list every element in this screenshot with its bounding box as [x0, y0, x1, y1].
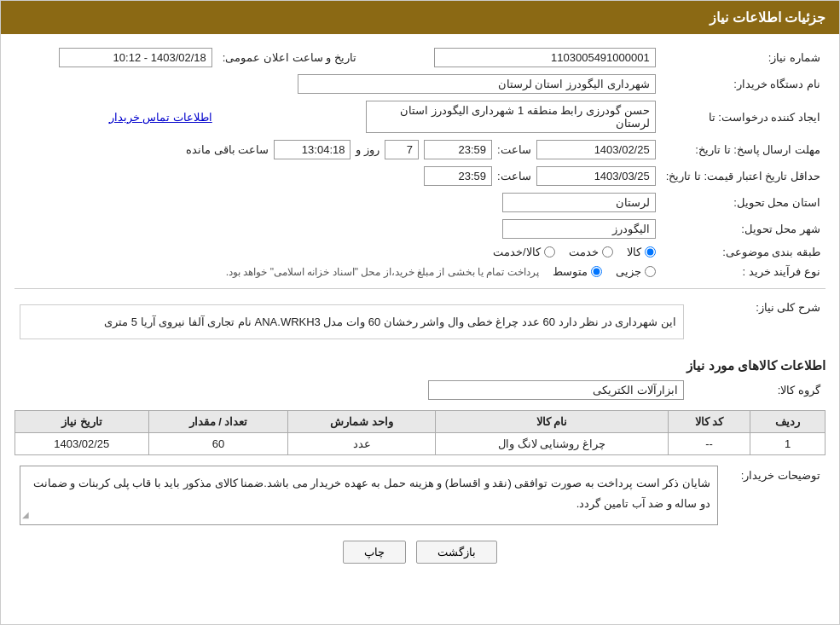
- hadaqal-date: 1403/03/25: [536, 166, 656, 186]
- col-header-tedad: تعداد / مقدار: [148, 411, 288, 433]
- mohlat-label: مهلت ارسال پاسخ: تا تاریخ:: [661, 136, 826, 163]
- resize-icon: ◢: [22, 507, 29, 523]
- divider-1: [14, 288, 826, 289]
- radio-motevaset[interactable]: متوسط: [553, 265, 602, 278]
- mohlat-mande-label: ساعت باقی مانده: [186, 143, 269, 156]
- ejad-label: ایجاد کننده درخواست: تا: [661, 97, 826, 136]
- tarikh-elan-label: تاریخ و ساعت اعلان عمومی:: [217, 44, 374, 71]
- nooe-farayand-label: نوع فرآیند خرید :: [661, 262, 826, 281]
- sharh-value: این شهرداری در نظر دارد 60 عدد چراغ خطی …: [20, 304, 684, 339]
- radio-jozee[interactable]: جزیی: [616, 265, 656, 278]
- goods-table: ردیف کد کالا نام کالا واحد شمارش تعداد /…: [14, 410, 826, 455]
- nam-dastgah-label: نام دستگاه خریدار:: [661, 71, 826, 97]
- tabaqe-label: طبقه بندی موضوعی:: [661, 242, 826, 262]
- ostan-label: استان محل تحویل:: [661, 189, 826, 216]
- tozihat-label: توضیحات خریدار:: [723, 462, 826, 529]
- page-header: جزئیات اطلاعات نیاز: [1, 1, 839, 34]
- ostan-value: لرستان: [502, 193, 656, 212]
- shahr-value: الیگودرز: [502, 219, 656, 239]
- page-title: جزئیات اطلاعات نیاز: [710, 10, 826, 25]
- hadaqal-saat-label: ساعت:: [497, 170, 531, 182]
- col-header-vahed: واحد شمارش: [288, 411, 436, 433]
- radio-kala-khadamat[interactable]: کالا/خدمت: [493, 246, 555, 258]
- sharh-label: شرح کلی نیاز:: [689, 294, 826, 350]
- radio-khadamat[interactable]: خدمت: [569, 246, 613, 258]
- shomara-niaz-label: شماره نیاز:: [661, 44, 826, 71]
- shahr-label: شهر محل تحویل:: [661, 216, 826, 242]
- mohlat-mande: 13:04:18: [274, 140, 350, 159]
- group-kala-label: گروه کالا:: [689, 377, 826, 403]
- button-row: بازگشت چاپ: [14, 541, 826, 564]
- group-kala-value: ابزارآلات الکتریکی: [428, 380, 684, 400]
- tarikh-elan-value: 1403/02/18 - 10:12: [59, 48, 212, 67]
- shomara-niaz-value: 1103005491000001: [434, 48, 656, 67]
- mohlat-roz-label: روز و: [356, 143, 379, 156]
- nooe-desc: پرداخت تمام یا بخشی از مبلغ خرید،از محل …: [226, 266, 539, 278]
- etela-kala-title: اطلاعات کالاهای مورد نیاز: [14, 358, 826, 373]
- btn-bazgasht[interactable]: بازگشت: [416, 541, 497, 564]
- hadaqal-label: حداقل تاریخ اعتبار قیمت: تا تاریخ:: [661, 163, 826, 189]
- mohlat-date: 1403/02/25: [536, 140, 656, 159]
- ejad-value: حسن گودرزی رابط منطقه 1 شهرداری الیگودرز…: [366, 101, 656, 133]
- col-header-radif: ردیف: [750, 411, 826, 433]
- btn-chap[interactable]: چاپ: [343, 541, 406, 564]
- table-row: 1--چراغ روشنایی لانگ والعدد601403/02/25: [15, 433, 826, 455]
- mohlat-saat-label: ساعت:: [497, 143, 531, 156]
- radio-kala[interactable]: کالا: [627, 246, 656, 258]
- col-header-tarikh: تاریخ نیاز: [15, 411, 149, 433]
- nam-dastgah-value: شهرداری الیگودرز استان لرستان: [298, 74, 656, 94]
- mohlat-saat: 23:59: [424, 140, 492, 159]
- etela-link[interactable]: اطلاعات تماس خریدار: [109, 111, 212, 124]
- col-header-name: نام کالا: [436, 411, 668, 433]
- col-header-kod: کد کالا: [668, 411, 750, 433]
- mohlat-roz: 7: [385, 140, 419, 159]
- tozihat-value: شایان ذکر است پرداخت به صورت توافقی (نقد…: [20, 466, 718, 525]
- hadaqal-saat: 23:59: [424, 166, 492, 186]
